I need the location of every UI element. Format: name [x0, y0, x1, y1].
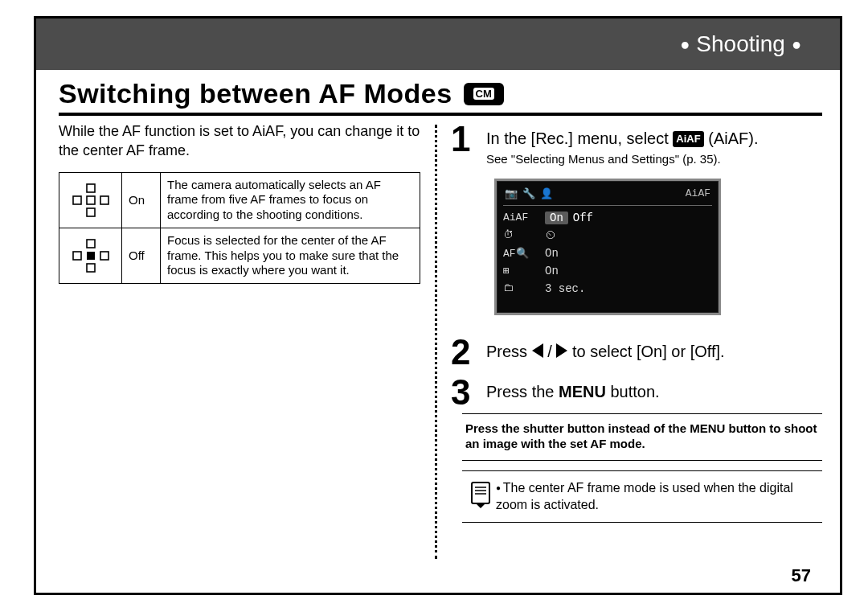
svg-rect-9: [87, 252, 95, 260]
step-1-subtext: See "Selecting Menus and Settings" (p. 3…: [486, 151, 822, 167]
af-desc-on: The camera automatically selects an AF f…: [161, 172, 420, 228]
mode-badge-icon: CM: [464, 83, 504, 105]
arrow-right-icon: [556, 343, 567, 358]
camera-lcd-preview: 📷 🔧 👤 AiAF AiAF OnOff ⏱ ⏲ AF🔍 On ⊞: [494, 179, 721, 315]
svg-rect-6: [73, 252, 81, 260]
af-state-on: On: [122, 172, 161, 228]
column-divider: [435, 125, 437, 559]
lcd-title: AiAF: [686, 187, 710, 199]
manual-page: ● Shooting ● Switching between AF Modes …: [34, 16, 842, 595]
step-number: 1: [451, 121, 477, 157]
aiaf-badge-icon: AiAF: [673, 131, 703, 147]
lcd-tab-camera-icon: 📷: [505, 187, 518, 200]
lcd-row-timer: ⏱ ⏲: [503, 227, 712, 244]
header-dot-left: ●: [680, 35, 690, 54]
mode-badge-label: CM: [473, 88, 494, 100]
svg-rect-7: [100, 252, 108, 260]
step-3-text-post: button.: [611, 383, 660, 400]
memo-text: The center AF frame mode is used when th…: [496, 479, 819, 514]
step-1: 1 In the [Rec.] menu, select AiAF (AiAF)…: [451, 121, 822, 167]
left-column: While the AF function is set to AiAF, yo…: [59, 121, 420, 284]
af-frame-center-icon: [59, 228, 122, 283]
lcd-tab-user-icon: 👤: [540, 187, 553, 200]
note-pre: Press the shutter button instead of the: [465, 421, 690, 435]
step-2-text-post: to select [On] or [Off].: [572, 343, 725, 360]
step-1-text-pre: In the [Rec.] menu, select: [486, 129, 673, 147]
svg-rect-2: [87, 196, 95, 204]
header-dot-right: ●: [792, 35, 801, 54]
step-number: 3: [451, 375, 477, 410]
svg-rect-8: [87, 264, 95, 272]
lcd-row-afassist: AF🔍 On: [503, 244, 712, 262]
af-state-off: Off: [122, 228, 161, 283]
af-desc-off: Focus is selected for the center of the …: [161, 228, 420, 283]
memo-block: The center AF frame mode is used when th…: [462, 470, 822, 523]
svg-rect-5: [87, 240, 95, 248]
right-column: 1 In the [Rec.] menu, select AiAF (AiAF)…: [451, 121, 822, 523]
svg-rect-10: [472, 483, 489, 503]
step-2-text-mid: /: [547, 343, 556, 360]
table-row: On The camera automatically selects an A…: [59, 172, 420, 228]
svg-rect-0: [87, 184, 95, 192]
af-frame-five-icon: [59, 172, 122, 228]
lcd-row-aiaf: AiAF OnOff: [503, 209, 712, 227]
table-row: Off Focus is selected for the center of …: [59, 228, 420, 283]
page-title-row: Switching between AF Modes CM: [59, 78, 822, 116]
step-3-bold: MENU: [559, 383, 606, 400]
lcd-row-review: 🗀 3 sec.: [503, 280, 712, 298]
note-bold: MENU: [690, 421, 725, 435]
section-title: Shooting: [696, 31, 785, 57]
step-3-text-pre: Press the: [486, 383, 559, 400]
page-number: 57: [792, 565, 811, 586]
svg-rect-3: [100, 196, 108, 204]
af-modes-table: On The camera automatically selects an A…: [59, 172, 420, 285]
lcd-tabs: 📷 🔧 👤 AiAF: [503, 186, 712, 205]
step-1-text-post: (AiAF).: [708, 129, 758, 147]
step-2: 2 Press / to select [On] or [Off].: [451, 335, 822, 370]
arrow-left-icon: [532, 343, 543, 358]
svg-rect-1: [73, 196, 81, 204]
step-number: 2: [451, 335, 477, 370]
shutter-note: Press the shutter button instead of the …: [462, 413, 822, 461]
page-title: Switching between AF Modes: [59, 78, 452, 109]
svg-rect-4: [87, 208, 95, 216]
section-header: ● Shooting ●: [36, 18, 840, 70]
memo-icon: [465, 479, 496, 514]
lcd-tab-wrench-icon: 🔧: [522, 187, 535, 200]
step-2-text-pre: Press: [486, 343, 532, 360]
step-3: 3 Press the MENU button.: [451, 375, 822, 410]
lcd-row-grid: ⊞ On: [503, 262, 712, 280]
intro-paragraph: While the AF function is set to AiAF, yo…: [59, 121, 420, 161]
